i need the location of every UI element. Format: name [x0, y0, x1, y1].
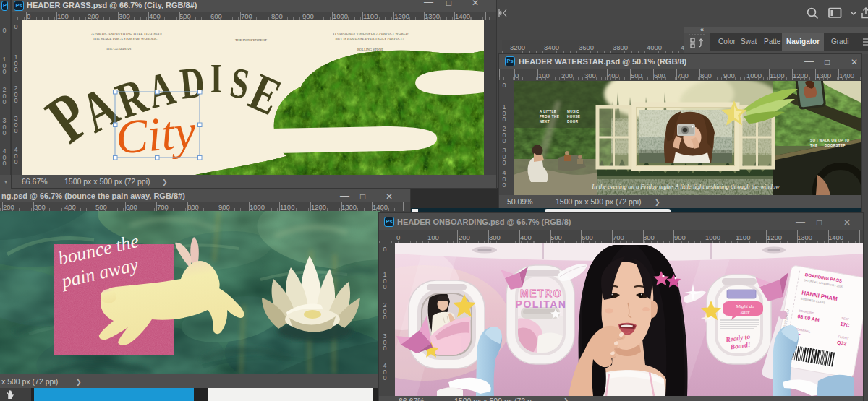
- svg-text:DOORSTEP: DOORSTEP: [825, 144, 846, 147]
- svg-text:later: later: [740, 309, 749, 315]
- svg-text:POLITAN: POLITAN: [516, 298, 567, 310]
- svg-text:THE STAGE FOR A STORY OF WONDE: THE STAGE FOR A STORY OF WONDER.": [93, 37, 158, 40]
- svg-text:MUSIC: MUSIC: [567, 110, 579, 113]
- svg-text:D: D: [178, 57, 207, 108]
- svg-text:Might do: Might do: [735, 303, 754, 309]
- svg-text:BUT IS PARADISE EVER TRULY PER: BUT IS PARADISE EVER TRULY PERFECT?": [335, 37, 405, 40]
- svg-text:I: I: [210, 56, 223, 101]
- svg-text:THE INDEPENDENT: THE INDEPENDENT: [235, 38, 267, 42]
- svg-text:FROM THE: FROM THE: [540, 115, 559, 118]
- svg-text:THE GUARDIAN: THE GUARDIAN: [106, 47, 132, 51]
- svg-text:DOOR: DOOR: [567, 120, 579, 124]
- svg-text:ROLLING STONE: ROLLING STONE: [357, 48, 383, 51]
- svg-text:In the evening on a Friday nig: In the evening on a Friday night- A litt…: [591, 183, 780, 190]
- svg-text:City: City: [114, 104, 198, 163]
- svg-text:THE: THE: [810, 144, 817, 147]
- svg-text:HOUSE: HOUSE: [567, 115, 580, 118]
- svg-text:NEXT: NEXT: [540, 120, 550, 124]
- svg-text:"A POETIC AND INVITING TITLE T: "A POETIC AND INVITING TITLE THAT SETS: [90, 32, 162, 35]
- svg-text:"IT CONJURES VISIONS OF A PERF: "IT CONJURES VISIONS OF A PERFECT WORLD,: [332, 32, 409, 36]
- svg-text:SO I WALK ON UP TO: SO I WALK ON UP TO: [810, 139, 850, 142]
- svg-text:A LITTLE: A LITTLE: [540, 110, 556, 113]
- svg-text:METRO: METRO: [520, 288, 562, 299]
